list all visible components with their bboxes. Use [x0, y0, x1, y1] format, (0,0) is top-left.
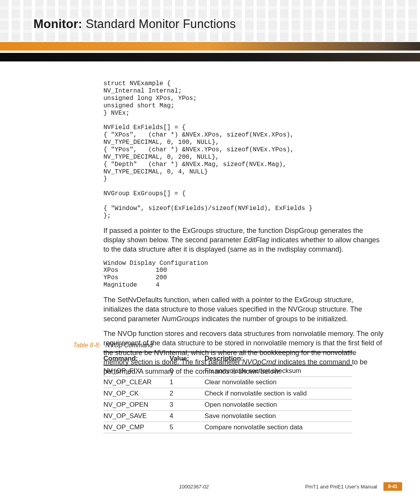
- cell-desc: Save nonvolatile section: [205, 411, 352, 422]
- page-footer: 10002367-02 PmT1 and PmE1 User's Manual …: [0, 482, 420, 492]
- accent-bar-orange: [0, 42, 420, 51]
- table-row: NV_OP_OPEN 3 Open nonvolatile section: [103, 399, 352, 411]
- footer-page-number: 8-41: [383, 482, 402, 491]
- table-caption: Table 8-8: NVOp Command: [73, 342, 153, 349]
- table-number: Table 8-8:: [73, 342, 101, 348]
- footer-manual-name: PmT1 and PmE1 User's Manual: [305, 484, 377, 490]
- th-command: Command:: [103, 352, 170, 365]
- cell-cmd: NV_OP_SAVE: [103, 411, 170, 422]
- cell-desc: Open nonvolatile section: [205, 399, 352, 411]
- paragraph-dispgroup: If passed a pointer to the ExGroups stru…: [103, 226, 383, 254]
- table-row: NV_OP_CLEAR 1 Clear nonvolatile section: [103, 377, 352, 388]
- paragraph-setnvdefaults: The SetNvDefaults function, when called …: [103, 295, 383, 324]
- page: Monitor: Standard Monitor Functions stru…: [0, 0, 420, 504]
- cell-cmd: NV_OP_OPEN: [103, 399, 170, 411]
- th-value: Value:: [170, 352, 205, 365]
- text: command).: [306, 245, 343, 253]
- cell-desc: Clear nonvolatile section: [205, 377, 352, 388]
- table-name: NVOp Command: [105, 342, 153, 348]
- text: indicates the number of groups to be ini…: [200, 315, 348, 323]
- th-description: Description:: [205, 352, 352, 365]
- cell-desc: Fix nonvolatile section checksum: [205, 365, 352, 377]
- table-body: NV_OP_FIX 0 Fix nonvolatile section chec…: [103, 365, 352, 433]
- cell-val: 0: [170, 365, 205, 377]
- page-title-bold: Monitor:: [33, 17, 82, 31]
- fn-nvop: NVOp: [117, 330, 136, 338]
- table-row: NV_OP_CMP 5 Compare nonvolatile section …: [103, 422, 352, 433]
- cell-val: 2: [170, 388, 205, 399]
- footer-doc-number: 10002367-02: [179, 484, 209, 490]
- param-numgroups: NumGroups: [162, 315, 200, 323]
- cell-cmd: NV_OP_CK: [103, 388, 170, 399]
- cell-val: 4: [170, 411, 205, 422]
- text: The: [103, 296, 117, 304]
- page-title: Monitor: Standard Monitor Functions: [33, 17, 236, 31]
- table-header-row: Command: Value: Description:: [103, 352, 352, 365]
- cell-cmd: NV_OP_FIX: [103, 365, 170, 377]
- cell-desc: Compare nonvolatile section data: [205, 422, 352, 433]
- cell-val: 3: [170, 399, 205, 411]
- param-editflag: EditFlag: [243, 236, 269, 244]
- code-block-output: Window Display Configuration XPos 100 YP…: [103, 260, 383, 289]
- cell-cmd: NV_OP_CLEAR: [103, 377, 170, 388]
- cell-val: 1: [170, 377, 205, 388]
- page-title-light: Standard Monitor Functions: [86, 17, 236, 31]
- text: The: [103, 330, 117, 338]
- accent-bar-dark: [0, 53, 420, 61]
- table-row: NV_OP_SAVE 4 Save nonvolatile section: [103, 411, 352, 422]
- cell-desc: Check if nonvolatile section is valid: [205, 388, 352, 399]
- table-row: NV_OP_CK 2 Check if nonvolatile section …: [103, 388, 352, 399]
- content-area: struct NVExample { NV_Internal Internal;…: [103, 80, 383, 382]
- fn-dispgroup: DispGroup: [285, 227, 318, 234]
- cell-val: 5: [170, 422, 205, 433]
- cmd-nvdisplay: nvdisplay: [277, 245, 306, 253]
- cell-cmd: NV_OP_CMP: [103, 422, 170, 433]
- text: If passed a pointer to the ExGroups stru…: [103, 227, 285, 234]
- fn-setnvdefaults: SetNvDefaults: [117, 296, 162, 304]
- code-block-struct: struct NVExample { NV_Internal Internal;…: [103, 80, 383, 220]
- table-row: NV_OP_FIX 0 Fix nonvolatile section chec…: [103, 365, 352, 377]
- nvop-command-table: Command: Value: Description: NV_OP_FIX 0…: [103, 352, 352, 433]
